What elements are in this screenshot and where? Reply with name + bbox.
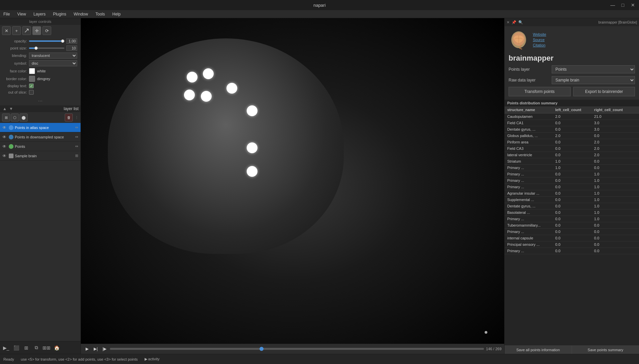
canvas-area[interactable]: ▶ ▶| |▶ 146 / 269 xyxy=(81,18,504,354)
display-text-checkbox[interactable]: ✓ xyxy=(29,84,34,88)
layer-item-points-atlas[interactable]: 👁 Points in atlas space ⇔ xyxy=(0,123,81,132)
add-layer-button[interactable]: + xyxy=(12,26,21,35)
layer-expand-atlas[interactable]: ⇔ xyxy=(74,125,79,130)
stop-button[interactable]: ⬛ xyxy=(12,344,20,352)
cell-left: 1.0 xyxy=(553,165,591,171)
table-row: internal capsule 0.0 0.0 xyxy=(505,235,639,241)
bottom-toolbar: ▶_ ⬛ ⊞ ⧉ ⊞⊞ 🏠 xyxy=(0,341,81,354)
brainmapper-panel: Website Source Citation brainmapper Poin… xyxy=(505,26,639,100)
point-size-slider[interactable] xyxy=(29,47,64,49)
website-link[interactable]: Website xyxy=(533,32,546,36)
cell-right: 1.0 xyxy=(591,184,634,190)
menu-view[interactable]: View xyxy=(16,11,27,17)
raw-data-layer-select[interactable]: Sample brain xyxy=(552,76,635,84)
home-button[interactable]: 🏠 xyxy=(53,344,61,352)
point-3[interactable] xyxy=(184,90,195,100)
grid-button[interactable]: ⊞ xyxy=(22,344,30,352)
menu-file[interactable]: File xyxy=(2,11,11,17)
border-color-swatch[interactable] xyxy=(29,76,35,82)
layer-vis-sample[interactable]: 👁 xyxy=(1,153,7,159)
layer-vis-points[interactable]: 👁 xyxy=(1,143,7,150)
opacity-value[interactable]: 1.00 xyxy=(66,38,77,44)
transform-button[interactable] xyxy=(22,26,31,35)
layer-nav-down[interactable]: ▼ xyxy=(8,106,14,111)
right-panel-header: ✕ 📌 🔍 brainmapper [BrainGlobe] xyxy=(505,18,639,26)
point-2[interactable] xyxy=(203,68,214,79)
layer-tool-labels[interactable]: ⬤ xyxy=(20,113,28,122)
point-8[interactable] xyxy=(247,166,257,177)
cell-scroll xyxy=(634,139,639,145)
symbol-row: symbol: disc circle square xyxy=(3,60,77,66)
out-of-slice-checkbox[interactable] xyxy=(29,90,34,95)
layer-expand-sample[interactable]: ⊞ xyxy=(74,153,79,159)
point-1[interactable] xyxy=(187,72,197,82)
points-layer-row: Points layer Points Points in atlas spac… xyxy=(509,65,635,73)
save-all-button[interactable]: Save all points information xyxy=(505,346,572,354)
cell-right: 0.0 xyxy=(591,241,634,248)
split-button[interactable]: ⧉ xyxy=(32,344,40,352)
right-panel: ✕ 📌 🔍 brainmapper [BrainGlobe] xyxy=(504,18,639,354)
playback-thumb[interactable] xyxy=(260,347,264,351)
play-next-button[interactable]: ▶| xyxy=(92,345,99,352)
layer-expand-points[interactable]: ⇔ xyxy=(74,144,79,149)
maximize-button[interactable]: □ xyxy=(619,2,626,8)
cell-left: 0.0 xyxy=(553,216,591,222)
point-5[interactable] xyxy=(226,83,237,94)
cell-scroll xyxy=(634,190,639,197)
cell-structure: Striatum xyxy=(505,158,553,165)
layer-delete-button[interactable]: 🗑 xyxy=(65,113,73,122)
menu-tools[interactable]: Tools xyxy=(94,11,106,17)
layer-item-points-downsampled[interactable]: 👁 Points in downsampled space ⇔ xyxy=(0,132,81,142)
face-color-swatch[interactable] xyxy=(29,68,35,74)
panel-search-icon[interactable]: 🔍 xyxy=(518,20,523,25)
transform-points-button[interactable]: Transform points xyxy=(509,87,571,96)
status-bar: Ready use <5> for transform, use <2> for… xyxy=(0,354,639,364)
panel-pin-icon[interactable]: 📌 xyxy=(512,20,516,25)
cell-right: 1.0 xyxy=(591,197,634,203)
citation-link[interactable]: Citation xyxy=(533,43,546,47)
window-controls[interactable]: — □ ✕ xyxy=(609,2,636,8)
layer-vis-downsampled[interactable]: 👁 xyxy=(1,134,7,140)
source-link[interactable]: Source xyxy=(533,38,546,42)
layer-vis-atlas[interactable]: 👁 xyxy=(1,125,7,131)
opacity-slider[interactable] xyxy=(29,40,64,42)
save-summary-button[interactable]: Save points summary xyxy=(572,346,639,354)
playback-slider[interactable] xyxy=(110,348,484,350)
tiles-button[interactable]: ⊞⊞ xyxy=(42,344,51,352)
play-button[interactable]: ▶ xyxy=(84,345,90,352)
point-6[interactable] xyxy=(247,105,257,116)
point-7[interactable] xyxy=(247,142,257,153)
panel-close-icon[interactable]: ✕ xyxy=(507,20,510,25)
layer-tool-points[interactable]: ⊞ xyxy=(2,113,10,122)
cell-scroll xyxy=(634,133,639,139)
layer-tool-shapes[interactable]: ⬡ xyxy=(11,113,19,122)
menu-plugins[interactable]: Plugins xyxy=(52,11,67,17)
console-button[interactable]: ▶_ xyxy=(2,344,10,352)
point-size-value[interactable]: 10 xyxy=(66,45,77,51)
layer-item-points[interactable]: 👁 Points ⇔ xyxy=(0,142,81,151)
menu-window[interactable]: Window xyxy=(72,11,90,17)
symbol-select[interactable]: disc circle square xyxy=(29,60,77,66)
minimize-button[interactable]: — xyxy=(609,2,616,8)
export-brainrender-button[interactable]: Export to brainrender xyxy=(573,87,635,96)
play-last-button[interactable]: |▶ xyxy=(101,345,108,352)
points-layer-select[interactable]: Points Points in atlas space xyxy=(552,65,635,73)
menu-help[interactable]: Help xyxy=(111,11,122,17)
rotate-button[interactable]: ⟳ xyxy=(42,26,51,35)
blending-select[interactable]: translucent opaque additive xyxy=(29,53,77,59)
status-activity[interactable]: ▶ activity xyxy=(145,357,160,361)
point-4[interactable] xyxy=(201,91,212,102)
layer-list-extra[interactable]: ⋮ xyxy=(75,115,79,120)
cell-structure: Tuberomammillary... xyxy=(505,222,553,229)
move-button[interactable]: ✛ xyxy=(32,26,41,35)
menu-layers[interactable]: Layers xyxy=(32,11,47,17)
cell-right: 0.0 xyxy=(591,158,634,165)
layer-expand-downsampled[interactable]: ⇔ xyxy=(74,134,79,140)
layer-item-sample-brain[interactable]: 👁 Sample brain ⊞ xyxy=(0,151,81,161)
layer-nav-up[interactable]: ▲ xyxy=(2,106,7,111)
distribution-table-container[interactable]: structure_name left_cell_count right_cel… xyxy=(505,106,639,345)
close-layer-button[interactable]: ✕ xyxy=(2,26,11,35)
close-button[interactable]: ✕ xyxy=(630,2,636,8)
table-row: lateral ventricle 0.0 2.0 xyxy=(505,152,639,158)
dots-divider: ··· xyxy=(0,97,81,105)
